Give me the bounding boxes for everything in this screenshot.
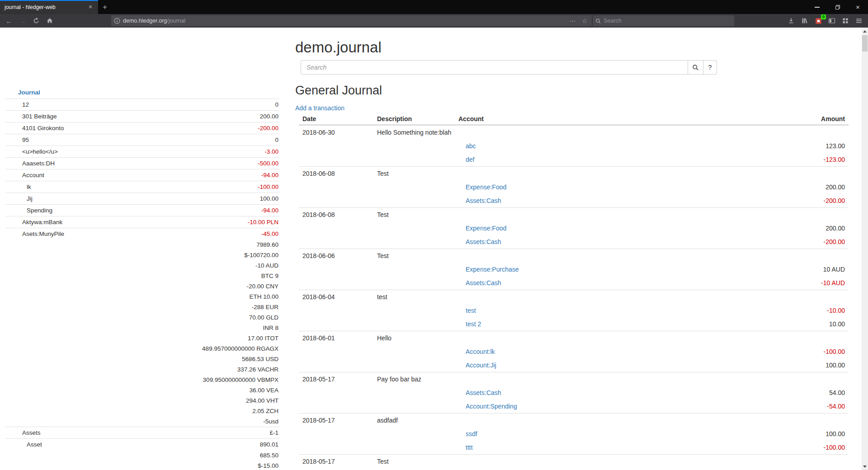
account-name[interactable]: 12 [5, 99, 29, 110]
browser-chrome: journal - hledger-web × + × ← → [0, 0, 868, 28]
posting-account-link[interactable]: Assets:Cash [458, 238, 501, 245]
posting-row: test 210.00 [299, 317, 849, 331]
sidebar-heading: Journal [5, 87, 279, 99]
extension-button[interactable]: 0 [812, 15, 825, 27]
account-name[interactable]: <u>hello</u> [5, 146, 58, 157]
transaction-date: 2018-05-17 [299, 458, 373, 465]
posting-account-link[interactable]: Account:Spending [458, 403, 517, 410]
transaction-date: 2018-06-04 [299, 293, 373, 301]
posting-account-link[interactable]: Assets:Cash [458, 389, 501, 396]
account-name[interactable]: lk [5, 181, 31, 193]
transaction-title-row: 2018-06-08Test [299, 208, 849, 221]
minimize-button[interactable] [807, 0, 827, 14]
new-tab-button[interactable]: + [98, 0, 112, 14]
journal-search-input[interactable] [301, 60, 688, 75]
account-balance: 337.26 VACHR [237, 364, 279, 375]
transaction-date: 2018-06-30 [299, 129, 373, 136]
journal-search-group: ? [301, 60, 849, 75]
url-text[interactable]: demo.hledger.org/journal [123, 18, 566, 24]
account-balance: -10.00 PLN [248, 216, 279, 228]
restore-button[interactable] [827, 0, 848, 14]
posting-account-link[interactable]: Expense:Purchase [458, 266, 519, 273]
account-balance: 0 [275, 99, 279, 110]
page-scrollbar[interactable] [862, 28, 868, 470]
posting-account-link[interactable]: tttt [458, 444, 473, 451]
posting-account-link[interactable]: Assets:Cash [458, 279, 501, 287]
sidebar-balance-line: 2.05 ZCH [5, 406, 279, 416]
library-button[interactable] [798, 15, 811, 27]
sidebar-balance-line: -5usd [5, 416, 279, 427]
containers-button[interactable] [839, 15, 852, 27]
browser-search-bar[interactable] [593, 15, 734, 26]
sidebar-balance-line: INR 8 [5, 323, 279, 333]
sidebar-balance-line: $-100720.00 [5, 250, 279, 260]
transaction-date: 2018-06-08 [299, 211, 373, 218]
account-balance: 100.00 [260, 193, 279, 204]
account-name[interactable]: Spending [5, 205, 52, 216]
window-close-button[interactable]: × [848, 0, 868, 14]
transaction-description: Hello Something note:blah [373, 129, 455, 136]
search-icon [692, 64, 699, 71]
forward-button[interactable]: → [16, 15, 29, 27]
scroll-down-button[interactable] [862, 463, 868, 470]
posting-amount: 100.00 [776, 430, 849, 437]
account-name[interactable]: Asset [5, 439, 42, 450]
sidebar-account-row: Assets£-1 [5, 427, 279, 438]
scrollbar-thumb[interactable] [862, 35, 868, 52]
scroll-up-icon [863, 30, 867, 33]
sidebar-toggle-button[interactable] [826, 15, 838, 27]
page-actions-icon[interactable]: ⋯ [568, 17, 577, 24]
transaction: 2018-05-17Pay foo bar bazAssets:Cash54.0… [299, 372, 849, 413]
transaction-title-row: 2018-06-04test [299, 290, 849, 304]
menu-button[interactable] [853, 15, 865, 27]
transaction-description: test [373, 293, 455, 301]
reload-button[interactable] [30, 15, 42, 27]
add-transaction-link[interactable]: Add a transaction [295, 104, 344, 112]
account-name[interactable]: Assets [5, 427, 41, 438]
account-balance: $-100720.00 [244, 250, 279, 260]
bookmark-star-icon[interactable]: ☆ [580, 17, 589, 24]
account-balance: 200.00 [260, 111, 279, 122]
transaction-description: Test [373, 170, 455, 177]
restore-icon [835, 5, 840, 10]
posting-account-link[interactable]: test 2 [458, 320, 481, 328]
posting-amount: -200.00 [776, 238, 849, 245]
journal-search-button[interactable] [688, 60, 703, 75]
downloads-button[interactable] [785, 15, 797, 27]
posting-account-link[interactable]: test [458, 307, 476, 314]
back-button[interactable]: ← [3, 15, 15, 27]
posting-account-link[interactable]: Account:lk [458, 348, 495, 355]
account-name [5, 333, 22, 343]
transaction-description: Pay foo bar baz [373, 376, 455, 383]
browser-search-input[interactable] [604, 18, 731, 24]
search-help-button[interactable]: ? [703, 60, 717, 75]
browser-tab[interactable]: journal - hledger-web × [0, 0, 98, 14]
account-name [5, 302, 22, 312]
posting-account-link[interactable]: Expense:Food [458, 183, 506, 191]
home-button[interactable] [43, 15, 56, 27]
url-bar[interactable]: demo.hledger.org/journal ⋯ ☆ [111, 15, 592, 26]
account-name[interactable]: 4101 Girokonto [5, 122, 64, 134]
site-info-icon[interactable] [114, 18, 120, 24]
account-name[interactable]: Jij [5, 193, 33, 204]
hamburger-menu-icon [855, 17, 863, 24]
tab-close-icon[interactable]: × [86, 3, 94, 11]
journal-link[interactable]: Journal [18, 89, 40, 96]
account-name[interactable]: Aktywa:mBank [5, 216, 62, 228]
account-name[interactable]: Aaasets:DH [5, 158, 55, 169]
posting-account-link[interactable]: Assets:Cash [458, 197, 501, 204]
account-name[interactable]: Account [5, 169, 44, 181]
posting-account-link[interactable]: abc [458, 142, 476, 150]
extension-badge: 0 [821, 14, 826, 19]
posting-account-link[interactable]: Expense:Food [458, 225, 506, 232]
account-name[interactable]: Asets:MunyPile [5, 228, 64, 240]
posting-account-link[interactable]: ssdf [458, 430, 477, 437]
account-name [5, 343, 22, 354]
transaction: 2018-05-17asdfadfssdf100.00tttt-100.00 [299, 413, 849, 454]
posting-account-link[interactable]: def [458, 156, 474, 163]
posting-account-link[interactable]: Account:Jij [458, 362, 496, 369]
scroll-up-button[interactable] [862, 28, 868, 35]
account-name[interactable]: 301 Beiträge [5, 111, 57, 122]
sidebar-balance-line: -288 EUR [5, 302, 279, 312]
account-name[interactable]: 95 [5, 134, 29, 146]
